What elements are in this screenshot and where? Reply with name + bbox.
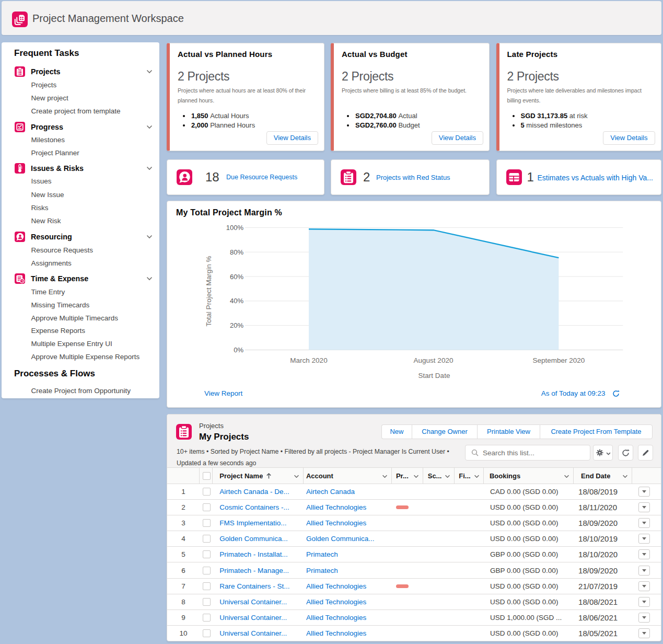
svg-text:September 2020: September 2020 (532, 356, 585, 364)
svg-text:80%: 80% (230, 248, 243, 256)
svg-text:40%: 40% (230, 297, 243, 305)
svg-text:March 2020: March 2020 (290, 356, 327, 364)
svg-text:100%: 100% (226, 224, 244, 232)
svg-text:60%: 60% (230, 273, 243, 281)
svg-text:0%: 0% (234, 346, 243, 354)
svg-text:Total Project Margin %: Total Project Margin % (205, 256, 213, 326)
svg-text:20%: 20% (230, 321, 243, 329)
svg-text:August 2020: August 2020 (414, 356, 453, 364)
svg-text:Start Date: Start Date (418, 372, 450, 380)
